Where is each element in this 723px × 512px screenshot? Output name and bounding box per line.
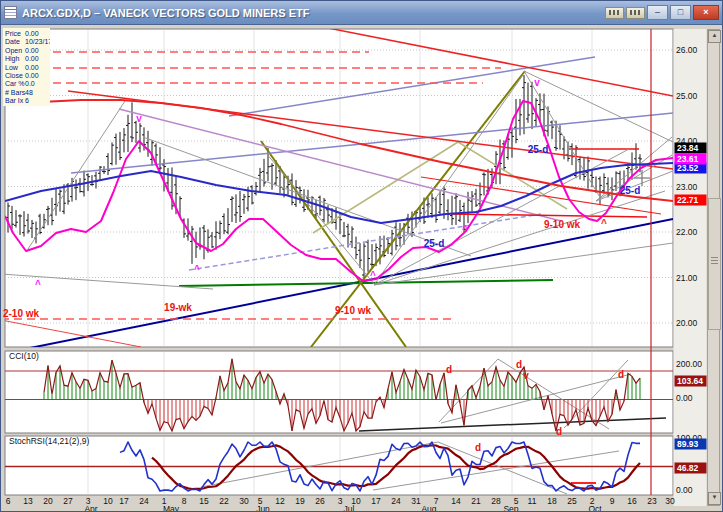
svg-text:23.61: 23.61 xyxy=(677,154,699,164)
svg-text:Oct: Oct xyxy=(588,504,602,512)
svg-text:8: 8 xyxy=(182,496,187,506)
svg-text:v: v xyxy=(136,113,142,124)
svg-text:20: 20 xyxy=(43,496,53,506)
svg-text:^: ^ xyxy=(370,270,376,281)
svg-text:Aug: Aug xyxy=(421,504,436,512)
svg-text:26: 26 xyxy=(315,496,325,506)
info-row: Open0.00 xyxy=(5,47,50,55)
svg-text:d: d xyxy=(556,426,562,437)
info-row: Close0.00 xyxy=(5,72,50,80)
svg-text:103.64: 103.64 xyxy=(677,376,703,386)
svg-text:9: 9 xyxy=(610,496,615,506)
svg-text:2-10 wk: 2-10 wk xyxy=(3,308,40,319)
svg-text:CCI(10): CCI(10) xyxy=(9,351,39,361)
svg-text:d: d xyxy=(618,369,624,380)
svg-text:3: 3 xyxy=(338,496,343,506)
svg-text:21: 21 xyxy=(471,496,481,506)
info-row: Date10/23/17 xyxy=(5,38,50,46)
info-row: Car %0.0 xyxy=(5,80,50,88)
svg-text:9-10 wk: 9-10 wk xyxy=(544,219,581,230)
svg-text:11: 11 xyxy=(528,496,537,506)
svg-text:22.00: 22.00 xyxy=(676,227,698,237)
svg-text:v: v xyxy=(523,370,529,381)
svg-text:0.00: 0.00 xyxy=(676,393,693,403)
scroll-down-button[interactable]: ▼ xyxy=(708,492,721,505)
svg-text:^: ^ xyxy=(601,218,607,229)
svg-text:^: ^ xyxy=(462,224,468,235)
svg-text:19-wk: 19-wk xyxy=(164,302,192,313)
svg-text:d: d xyxy=(475,442,481,453)
svg-text:22: 22 xyxy=(219,496,229,506)
svg-text:18: 18 xyxy=(547,496,557,506)
svg-text:0.00: 0.00 xyxy=(676,485,693,495)
svg-text:23.00: 23.00 xyxy=(676,182,698,192)
svg-text:19: 19 xyxy=(295,496,305,506)
svg-text:24: 24 xyxy=(391,496,401,506)
svg-text:46.82: 46.82 xyxy=(677,463,699,473)
info-row: # Bars48 xyxy=(5,89,50,97)
svg-text:Jun: Jun xyxy=(256,504,270,512)
svg-text:17: 17 xyxy=(119,496,129,506)
svg-text:Jul: Jul xyxy=(344,504,355,512)
svg-text:13: 13 xyxy=(23,496,33,506)
svg-text:27: 27 xyxy=(63,496,73,506)
svg-text:10: 10 xyxy=(103,496,113,506)
svg-text:May: May xyxy=(163,504,180,512)
svg-text:30: 30 xyxy=(665,496,675,506)
chart-canvas[interactable]: CCI(10)StochRSI(14,21(2),9)vv^^^^^25-d25… xyxy=(1,1,723,512)
svg-text:16: 16 xyxy=(627,496,637,506)
svg-text:9-10 wk: 9-10 wk xyxy=(335,305,372,316)
info-row: High0.00 xyxy=(5,55,50,63)
chart-window: ARCX.GDX,D – VANECK VECTORS GOLD MINERS … xyxy=(0,0,723,512)
scroll-grip-icon xyxy=(711,257,718,265)
svg-text:25-d: 25-d xyxy=(528,144,549,155)
svg-text:15: 15 xyxy=(199,496,209,506)
svg-text:23.84: 23.84 xyxy=(677,143,699,153)
svg-text:14: 14 xyxy=(451,496,461,506)
svg-text:21.00: 21.00 xyxy=(676,273,698,283)
svg-text:200.00: 200.00 xyxy=(676,359,702,369)
svg-text:^: ^ xyxy=(35,279,41,290)
svg-text:25-d: 25-d xyxy=(620,185,641,196)
svg-text:26.00: 26.00 xyxy=(676,45,698,55)
svg-text:25-d: 25-d xyxy=(424,238,445,249)
data-inspector-box: Price0.00Date10/23/17Open0.00High0.00Low… xyxy=(3,28,50,106)
svg-text:31: 31 xyxy=(411,496,421,506)
svg-text:30: 30 xyxy=(239,496,249,506)
svg-text:24: 24 xyxy=(139,496,149,506)
svg-text:6: 6 xyxy=(6,496,11,506)
svg-text:17: 17 xyxy=(371,496,381,506)
svg-text:25.00: 25.00 xyxy=(676,91,698,101)
svg-text:StochRSI(14,21(2),9): StochRSI(14,21(2),9) xyxy=(9,436,89,446)
svg-text:^: ^ xyxy=(194,264,200,275)
scroll-thumb[interactable] xyxy=(708,198,721,330)
info-row: Low0.00 xyxy=(5,64,50,72)
svg-text:d: d xyxy=(516,359,522,370)
svg-text:89.93: 89.93 xyxy=(677,439,699,449)
svg-text:20.00: 20.00 xyxy=(676,318,698,328)
vertical-scrollbar[interactable]: ▲ ▼ xyxy=(707,29,720,506)
svg-text:25: 25 xyxy=(567,496,577,506)
svg-text:Apr: Apr xyxy=(84,504,97,512)
svg-text:d: d xyxy=(446,364,452,375)
info-row: Bar Ix6 xyxy=(5,97,50,105)
scroll-up-button[interactable]: ▲ xyxy=(708,30,721,43)
svg-text:12: 12 xyxy=(275,496,285,506)
svg-text:22.71: 22.71 xyxy=(677,195,699,205)
svg-text:23: 23 xyxy=(647,496,657,506)
svg-text:28: 28 xyxy=(491,496,501,506)
svg-text:Sep: Sep xyxy=(503,504,518,512)
svg-text:23.52: 23.52 xyxy=(677,163,699,173)
info-row: Price0.00 xyxy=(5,30,50,38)
svg-text:v: v xyxy=(534,77,540,88)
